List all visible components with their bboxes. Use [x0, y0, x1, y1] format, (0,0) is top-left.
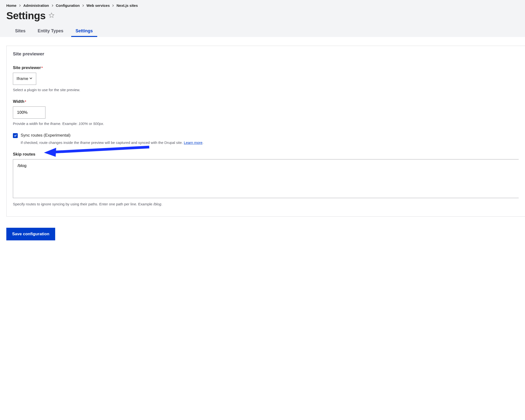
svg-line-0: [52, 147, 149, 152]
breadcrumb-item[interactable]: Configuration: [56, 3, 80, 8]
star-icon[interactable]: [49, 12, 55, 19]
site-previewer-panel: Site previewer Site previewer* Iframe Se…: [6, 46, 525, 216]
site-previewer-field: Site previewer* Iframe Select a plugin t…: [13, 65, 519, 92]
chevron-right-icon: [19, 4, 21, 7]
skip-routes-help: Specify routes to ignore syncing by usin…: [13, 202, 519, 207]
panel-heading: Site previewer: [13, 51, 519, 57]
save-configuration-button[interactable]: Save configuration: [6, 228, 55, 240]
width-field: Width* Provide a width for the iframe. E…: [13, 99, 519, 126]
required-indicator: *: [41, 66, 43, 70]
sync-routes-field: Sync routes (Experimental) If checked, r…: [13, 133, 519, 145]
required-indicator: *: [25, 100, 26, 103]
header-region: Home Administration Configuration Web se…: [0, 0, 525, 37]
sync-routes-help: If checked, route changes inside the ifr…: [21, 140, 519, 145]
chevron-down-icon: [29, 76, 33, 81]
tab-entity-types[interactable]: Entity Types: [38, 28, 64, 37]
tabs: Sites Entity Types Settings: [6, 28, 519, 37]
sync-routes-label: Sync routes (Experimental): [21, 133, 70, 138]
breadcrumb-item[interactable]: Administration: [23, 3, 49, 8]
chevron-right-icon: [112, 4, 114, 7]
chevron-right-icon: [52, 4, 54, 7]
width-label: Width*: [13, 99, 519, 104]
chevron-right-icon: [82, 4, 84, 7]
main-content: Site previewer Site previewer* Iframe Se…: [0, 37, 525, 250]
width-input[interactable]: [13, 106, 46, 119]
skip-routes-field: Skip routes Specify routes to ignore syn…: [13, 152, 519, 207]
site-previewer-help: Select a plugin to use for the site prev…: [13, 87, 519, 92]
title-row: Settings: [6, 10, 519, 22]
site-previewer-label: Site previewer*: [13, 65, 519, 70]
width-help: Provide a width for the iframe. Example:…: [13, 121, 519, 126]
learn-more-link[interactable]: Learn more: [184, 140, 202, 145]
breadcrumb-item[interactable]: Web services: [86, 3, 110, 8]
site-previewer-select[interactable]: Iframe: [13, 73, 36, 85]
tab-settings[interactable]: Settings: [75, 28, 93, 37]
sync-routes-checkbox[interactable]: [13, 133, 18, 138]
breadcrumb: Home Administration Configuration Web se…: [6, 3, 519, 8]
skip-routes-textarea[interactable]: [13, 159, 519, 198]
page-title: Settings: [6, 10, 46, 22]
check-icon: [14, 134, 17, 137]
tab-sites[interactable]: Sites: [15, 28, 26, 37]
breadcrumb-item[interactable]: Next.js sites: [116, 3, 138, 8]
breadcrumb-item[interactable]: Home: [6, 3, 17, 8]
skip-routes-label: Skip routes: [13, 152, 519, 157]
